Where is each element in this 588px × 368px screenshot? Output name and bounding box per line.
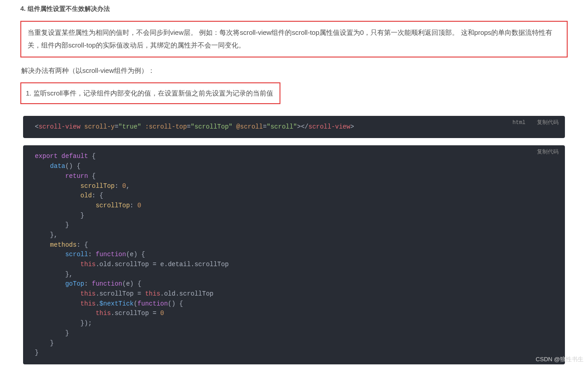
code-block-html: html 复制代码 <scroll-view scroll-y="true" :… [23, 116, 565, 139]
code-block-js: 复制代码 export default { data() { return { … [23, 145, 565, 364]
highlighted-paragraph: 当重复设置某些属性为相同的值时，不会同步到view层。 例如：每次将scroll… [20, 21, 568, 57]
step-1-box: 1. 监听scroll事件，记录组件内部变化的值，在设置新值之前先设置为记录的当… [20, 82, 280, 104]
intro-line: 解决办法有两种（以scroll-view组件为例）： [21, 65, 568, 76]
section-heading: 4. 组件属性设置不生效解决办法 [20, 4, 568, 14]
copy-code-button[interactable]: 复制代码 [537, 119, 559, 126]
watermark: CSDN @狼性书生 [536, 354, 583, 364]
code-lang-label: html [512, 119, 526, 126]
copy-code-button[interactable]: 复制代码 [537, 149, 559, 155]
code-content: <scroll-view scroll-y="true" :scroll-top… [35, 122, 557, 132]
code-content: export default { data() { return { scrol… [35, 152, 557, 358]
code-actions: 复制代码 [529, 148, 559, 157]
code-actions: html 复制代码 [504, 119, 559, 127]
